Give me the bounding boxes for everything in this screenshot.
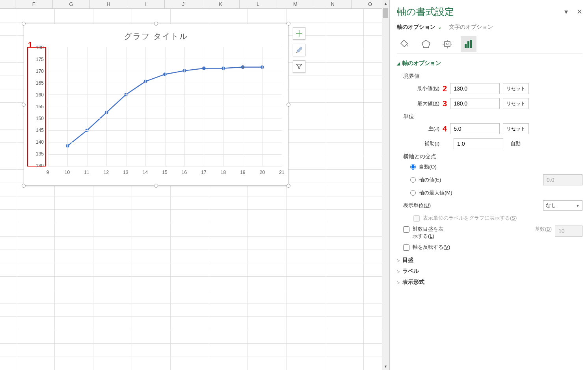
- chart-filters-button[interactable]: [293, 60, 305, 73]
- column-header-M[interactable]: M: [277, 0, 314, 8]
- x-tick-label: 20: [260, 170, 265, 175]
- y-tick-label: 130: [36, 163, 44, 168]
- scroll-thumb[interactable]: [383, 8, 388, 18]
- section-number-format[interactable]: ▷表示形式: [397, 277, 582, 288]
- column-header-I[interactable]: I: [127, 0, 165, 8]
- y-tick-label: 150: [36, 116, 44, 121]
- bar-chart-icon: [463, 39, 474, 49]
- reverse-axis-checkbox[interactable]: [403, 244, 409, 251]
- minor-unit-input[interactable]: [454, 138, 503, 149]
- units-heading: 単位: [403, 113, 582, 120]
- y-axis[interactable]: 130135140145150155160165170175180: [27, 47, 46, 166]
- axis-min-input[interactable]: [450, 83, 500, 94]
- resize-handle[interactable]: [22, 103, 26, 107]
- axis-options-tab[interactable]: [461, 36, 476, 52]
- pane-close-button[interactable]: ✕: [577, 7, 582, 16]
- format-axis-pane: 軸の書式設定 ▾ ✕ 軸のオプション ⌄ 文字のオプション ◢軸のオプション 境…: [389, 0, 588, 370]
- major-unit-input[interactable]: [450, 123, 500, 134]
- resize-handle[interactable]: [22, 22, 26, 26]
- y-tick-label: 180: [36, 45, 44, 50]
- column-headers: FGHIJKLMNO: [0, 0, 389, 9]
- cross-max-radio[interactable]: [410, 190, 416, 196]
- annotation-3: 3: [443, 99, 447, 108]
- reverse-axis-label: 軸を反転する(V): [413, 244, 450, 251]
- x-tick-label: 11: [84, 170, 89, 175]
- reset-max-button[interactable]: リセット: [503, 98, 529, 109]
- y-tick-label: 170: [36, 68, 44, 74]
- pane-menu-button[interactable]: ▾: [564, 7, 568, 16]
- display-unit-label: 表示単位(U): [403, 202, 431, 209]
- y-tick-label: 140: [36, 139, 44, 145]
- x-tick-label: 17: [201, 170, 206, 175]
- column-header-K[interactable]: K: [202, 0, 240, 8]
- cross-max-label: 軸の最大値(M): [419, 189, 452, 196]
- annotation-2: 2: [443, 84, 447, 93]
- axis-max-input[interactable]: [450, 98, 500, 109]
- show-unit-label-checkbox: [413, 215, 420, 222]
- x-tick-label: 18: [221, 170, 226, 175]
- column-header-G[interactable]: G: [53, 0, 90, 8]
- y-tick-label: 155: [36, 104, 44, 109]
- cross-value-label: 軸の値(E): [419, 176, 441, 183]
- column-header-N[interactable]: N: [314, 0, 352, 8]
- minor-label: 補助(I): [403, 140, 439, 147]
- resize-handle[interactable]: [22, 184, 26, 188]
- cross-auto-radio[interactable]: [410, 164, 416, 170]
- pane-title: 軸の書式設定: [397, 6, 454, 18]
- x-tick-label: 9: [47, 170, 49, 175]
- svg-rect-12: [465, 44, 467, 48]
- minor-auto-label: 自動: [506, 140, 525, 147]
- chevron-down-icon: ▼: [576, 204, 580, 208]
- log-scale-label: 対数目盛を表示する(L): [413, 226, 443, 240]
- size-properties-tab[interactable]: [439, 36, 455, 52]
- base-label: 基数(B): [535, 226, 552, 233]
- brush-icon: [295, 46, 303, 54]
- vertical-scrollbar[interactable]: ▲ ▼: [382, 0, 389, 370]
- tab-axis-options[interactable]: 軸のオプション ⌄: [397, 24, 442, 31]
- chart-elements-button[interactable]: [293, 27, 305, 40]
- svg-rect-14: [470, 40, 472, 48]
- y-tick-label: 145: [36, 128, 44, 133]
- x-axis[interactable]: 9101112131415161718192021: [48, 170, 282, 178]
- effects-tab[interactable]: [418, 36, 434, 52]
- scroll-down-arrow[interactable]: ▼: [382, 363, 389, 370]
- pentagon-icon: [421, 39, 431, 49]
- reset-min-button[interactable]: リセット: [503, 83, 529, 94]
- tab-text-options[interactable]: 文字のオプション: [449, 24, 493, 31]
- resize-handle[interactable]: [154, 22, 158, 26]
- display-unit-select[interactable]: なし▼: [543, 200, 582, 211]
- resize-handle[interactable]: [287, 103, 290, 107]
- major-label: 主(J): [403, 125, 439, 132]
- x-tick-label: 16: [182, 170, 187, 175]
- column-header-L[interactable]: L: [240, 0, 277, 8]
- resize-handle[interactable]: [287, 184, 290, 188]
- cross-auto-label: 自動(O): [419, 163, 437, 170]
- base-input: [555, 226, 582, 237]
- x-tick-label: 21: [279, 170, 284, 175]
- resize-handle[interactable]: [287, 22, 290, 26]
- plus-icon: [296, 30, 303, 37]
- resize-handle[interactable]: [154, 184, 158, 188]
- reset-major-button[interactable]: リセット: [503, 123, 529, 134]
- triangle-down-icon: ◢: [397, 61, 400, 66]
- log-scale-checkbox[interactable]: [403, 226, 409, 233]
- triangle-right-icon: ▷: [397, 280, 400, 285]
- cross-value-radio[interactable]: [410, 177, 416, 183]
- chart-title[interactable]: グラフ タイトル: [24, 24, 288, 45]
- section-labels[interactable]: ▷ラベル: [397, 266, 582, 277]
- chart-object[interactable]: グラフ タイトル 1 13013514014515015516016517017…: [24, 24, 288, 186]
- y-tick-label: 160: [36, 92, 44, 98]
- column-header-F[interactable]: F: [15, 0, 53, 8]
- chart-styles-button[interactable]: [293, 44, 305, 56]
- chart-plot-area[interactable]: [48, 47, 282, 166]
- fill-line-tab[interactable]: [397, 36, 413, 52]
- column-header-H[interactable]: H: [90, 0, 127, 8]
- svg-rect-13: [467, 41, 469, 48]
- paint-bucket-icon: [400, 39, 410, 49]
- scroll-up-arrow[interactable]: ▲: [382, 0, 389, 7]
- column-header-J[interactable]: J: [165, 0, 202, 8]
- chart-quick-buttons: [293, 27, 305, 73]
- y-tick-label: 175: [36, 57, 44, 62]
- section-tick-marks[interactable]: ▷目盛: [397, 255, 582, 266]
- section-axis-options[interactable]: ◢軸のオプション: [397, 58, 582, 69]
